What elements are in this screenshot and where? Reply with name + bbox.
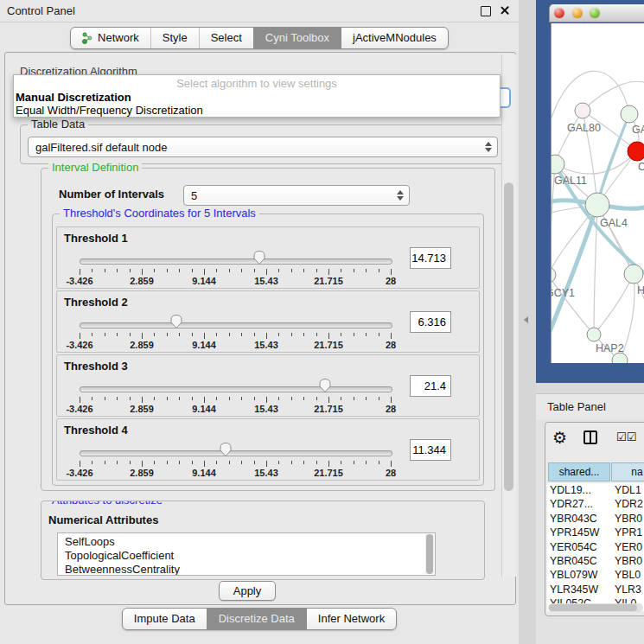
tab-discretize-data[interactable]: Discretize Data xyxy=(207,609,306,629)
tab-select[interactable]: Select xyxy=(199,28,253,48)
node-label-hap2: HAP2 xyxy=(596,342,624,354)
cyni-toolbox-panel: Discretization Algorithm Select algorith… xyxy=(4,52,516,605)
network-nodes[interactable] xyxy=(552,103,644,363)
close-traffic-light[interactable] xyxy=(554,8,564,18)
threshold-label: Threshold 1 xyxy=(64,232,128,245)
table-row[interactable]: YDL19...YDL1 xyxy=(547,483,644,497)
tab-impute-data[interactable]: Impute Data xyxy=(123,609,207,629)
table-hscrollbar[interactable] xyxy=(548,603,643,612)
table-toolbar: ⚙ ☑☑ xyxy=(545,423,644,457)
bottom-tab-row: Impute DataDiscretize DataInfer Network xyxy=(0,608,519,630)
minimize-traffic-light[interactable] xyxy=(572,8,583,18)
panel-divider[interactable] xyxy=(519,0,536,644)
tab-network[interactable]: Network xyxy=(71,28,150,48)
thresholds-group-title: Threshold's Coordinates for 5 Intervals xyxy=(60,207,259,220)
top-tab-row: NetworkStyleSelectCyni ToolboxjActiveMNo… xyxy=(0,27,519,49)
numerical-attributes-list[interactable]: SelfLoopsTopologicalCoefficientBetweenne… xyxy=(57,532,436,576)
table-row[interactable]: YER054CYER0 xyxy=(547,540,644,554)
slider-tick-labels: -3.4262.8599.14415.4321.71528 xyxy=(80,276,391,286)
apply-button[interactable]: Apply xyxy=(219,581,276,601)
threshold-slider-track[interactable] xyxy=(80,258,392,265)
slider-ticks xyxy=(80,461,391,468)
threshold-slider-track[interactable] xyxy=(80,322,392,328)
network-node-gal11[interactable] xyxy=(552,155,564,174)
tab-infer-network[interactable]: Infer Network xyxy=(306,609,396,629)
attribute-item[interactable]: SelfLoops xyxy=(65,535,435,549)
node-label-gal11: GAL11 xyxy=(554,175,587,187)
popup-option-manual-discretization[interactable]: Manual Discretization xyxy=(14,91,500,104)
threshold-slider-thumb[interactable] xyxy=(169,314,183,329)
node-label-h: H xyxy=(637,284,644,296)
network-canvas[interactable]: GAL80GACGAL11GAL4GCY1HHAP2 xyxy=(551,23,644,363)
split-table-icon[interactable] xyxy=(583,430,597,444)
network-node-ga[interactable] xyxy=(621,105,638,123)
tab-style[interactable]: Style xyxy=(150,28,199,48)
node-label-gcy1: GCY1 xyxy=(552,287,575,299)
node-table: ⚙ ☑☑ shared... na YDL19...YDL1YDR27...YD… xyxy=(545,422,644,616)
threshold-slider-track[interactable] xyxy=(80,450,392,456)
table-row[interactable]: YBR045CYBR0 xyxy=(547,554,644,568)
select-columns-icon[interactable]: ☑☑ xyxy=(616,430,636,443)
threshold-slider-thumb[interactable] xyxy=(252,250,266,265)
attributes-scrollbar[interactable] xyxy=(425,534,434,574)
right-region: GAL80GACGAL11GAL4GCY1HHAP2 Table Panel ⚙… xyxy=(536,0,644,644)
number-of-intervals-combobox[interactable]: 5 xyxy=(183,185,410,206)
threshold-label: Threshold 3 xyxy=(64,360,128,373)
network-node-gcy1[interactable] xyxy=(552,267,556,283)
control-panel-titlebar: Control Panel xyxy=(0,0,519,22)
attribute-item[interactable]: BetweennessCentrality xyxy=(65,563,435,576)
table-panel-header: Table Panel xyxy=(536,393,644,420)
table-row[interactable]: YBL079WYBL0 xyxy=(547,568,644,582)
tab-cyni-toolbox[interactable]: Cyni Toolbox xyxy=(253,28,341,48)
table-row[interactable]: YBR043CYBR0 xyxy=(547,512,644,526)
table-data-selected-value: galFiltered.sif default node xyxy=(35,141,167,154)
zoom-traffic-light[interactable] xyxy=(590,8,600,18)
threshold-label: Threshold 2 xyxy=(64,296,128,309)
combo-spinner-icon xyxy=(397,190,404,201)
threshold-value-field[interactable]: 6.316 xyxy=(410,311,451,333)
node-label-ga: GA xyxy=(632,124,644,136)
threshold-slider-track[interactable] xyxy=(80,386,392,392)
node-label-c: C xyxy=(638,161,644,173)
column-header-name[interactable]: na xyxy=(611,462,644,481)
number-of-intervals-label: Number of Intervals xyxy=(59,188,164,201)
network-window-titlebar[interactable] xyxy=(549,4,644,22)
numerical-attributes-label: Numerical Attributes xyxy=(48,513,158,526)
close-icon[interactable] xyxy=(500,5,510,16)
table-row[interactable]: YDR27...YDR2 xyxy=(547,497,644,511)
slider-tick-labels: -3.4262.8599.14415.4321.71528 xyxy=(80,340,391,350)
divider-collapse-icon[interactable] xyxy=(524,316,528,323)
tab-jactivemnodules[interactable]: jActiveMNodules xyxy=(341,28,448,48)
network-node-gal4[interactable] xyxy=(585,193,609,217)
panel-scrollbar[interactable] xyxy=(501,54,516,577)
panel-title: Control Panel xyxy=(7,0,75,22)
table-row[interactable]: YPR145WYPR1 xyxy=(547,526,644,539)
threshold-slider-thumb[interactable] xyxy=(219,442,233,457)
attributes-group: Attributes to discretize Numerical Attri… xyxy=(41,501,485,580)
network-node-h[interactable] xyxy=(624,265,643,284)
table-data-combobox[interactable]: galFiltered.sif default node xyxy=(28,137,498,157)
threshold-value-field[interactable]: 14.713 xyxy=(410,247,451,269)
table-rows: YDL19...YDL1YDR27...YDR2YBR043CYBR0YPR14… xyxy=(547,483,644,611)
table-row[interactable]: YLR345WYLR3 xyxy=(547,583,644,596)
network-window: GAL80GACGAL11GAL4GCY1HHAP2 xyxy=(549,4,644,363)
network-window-frame: GAL80GACGAL11GAL4GCY1HHAP2 xyxy=(536,0,644,383)
threshold-value-field[interactable]: 11.344 xyxy=(410,439,451,461)
network-node-gal80[interactable] xyxy=(575,103,590,118)
interval-definition-title: Interval Definition xyxy=(48,161,142,175)
table-header-row: shared... na xyxy=(547,462,644,481)
slider-ticks xyxy=(80,269,391,276)
threshold-panel: Threshold 3 -3.4262.8599.14415.4321.7152… xyxy=(56,354,480,417)
attribute-item[interactable]: TopologicalCoefficient xyxy=(65,549,435,563)
network-node-c[interactable] xyxy=(628,142,644,161)
gear-icon[interactable]: ⚙ xyxy=(552,428,567,448)
network-node-hap2[interactable] xyxy=(587,328,601,341)
float-icon[interactable] xyxy=(481,6,491,16)
slider-tick-labels: -3.4262.8599.14415.4321.71528 xyxy=(80,404,391,414)
threshold-value-field[interactable]: 21.4 xyxy=(410,375,451,397)
threshold-rows: Threshold 1 -3.4262.8599.14415.4321.7152… xyxy=(56,226,480,482)
bottom-tabs: Impute DataDiscretize DataInfer Network xyxy=(122,608,397,630)
threshold-slider-thumb[interactable] xyxy=(318,378,332,393)
popup-option-equal-width-frequency[interactable]: Equal Width/Frequency Discretization xyxy=(14,104,500,117)
column-header-shared-name[interactable]: shared... xyxy=(548,462,610,481)
